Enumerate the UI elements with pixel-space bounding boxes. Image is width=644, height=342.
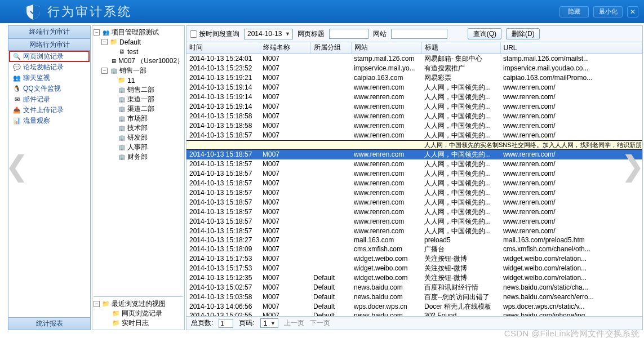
table-row[interactable]: 2014-10-13 15:18:57M007www.renren.com人人网… <box>186 207 642 217</box>
table-row[interactable]: 2014-10-13 15:18:57M007www.renren.com人人网… <box>186 149 642 159</box>
table-row[interactable]: 2014-10-13 15:18:57M007www.renren.com人人网… <box>186 179 642 188</box>
table-row[interactable]: 2014-10-13 15:23:52M007impservice.mail.y… <box>186 64 642 73</box>
col-terminal[interactable]: 终端名称 <box>260 42 310 54</box>
tree-panel: −项目管理部测试−DefaulttestM007 （User10002）−销售一… <box>92 25 185 330</box>
table-row[interactable]: 2014-10-13 15:18:57M007www.renren.com人人网… <box>186 131 642 141</box>
tree-default[interactable]: −Default <box>94 37 183 47</box>
stats-report-button[interactable]: 统计报表 <box>8 317 90 330</box>
nav-item-6[interactable]: 📊流量观察 <box>10 116 89 126</box>
query-button[interactable]: 查询(Q) <box>468 28 501 39</box>
table-row[interactable]: 2014-10-13 15:02:57M007Defaultnews.baidu… <box>186 283 642 292</box>
nav-item-2[interactable]: 👥聊天监视 <box>10 73 89 83</box>
cell-group <box>310 112 351 121</box>
nav-item-1[interactable]: 💬论坛发帖记录 <box>10 62 89 72</box>
col-site[interactable]: 网站 <box>351 42 421 54</box>
cell-site: www.renren.com <box>351 226 421 236</box>
table-row[interactable]: 2014-10-13 15:18:57M007www.renren.com人人网… <box>186 217 642 226</box>
table-row[interactable]: 2014-10-13 15:18:57M007www.renren.com人人网… <box>186 226 642 236</box>
table-row[interactable]: 2014-10-13 15:18:27M007mail.163.comprelo… <box>186 236 642 245</box>
tree-recent-root[interactable]: −最近浏览过的视图 <box>94 299 183 309</box>
table-row[interactable]: 2014-10-13 15:18:58M007www.renren.com人人网… <box>186 121 642 131</box>
tree-toggle-icon[interactable]: − <box>101 39 108 45</box>
cell-url: www.renren.com/ <box>500 226 642 236</box>
table-row[interactable]: 2014-10-13 15:19:14M007www.renren.com人人网… <box>186 83 642 92</box>
table-row[interactable]: 2014-10-13 15:03:58M007Defaultnews.baidu… <box>186 292 642 302</box>
cell-group <box>310 83 351 92</box>
tree-root[interactable]: −项目管理部测试 <box>94 28 183 37</box>
minimize-button[interactable]: 最小化 <box>593 6 623 17</box>
tree-m007[interactable]: M007 （User10002） <box>94 56 183 66</box>
prev-page-button[interactable]: 上一页 <box>284 318 304 328</box>
table-row[interactable]: 2014-10-13 15:18:58M007www.renren.com人人网… <box>186 112 642 121</box>
tab-terminal-audit[interactable]: 终端行为审计 <box>8 26 90 38</box>
delete-button[interactable]: 删除(D) <box>506 28 540 39</box>
carousel-prev-icon[interactable]: ❮ <box>7 146 27 186</box>
close-button[interactable]: ✕ <box>627 6 638 17</box>
tree-dept-6[interactable]: 人事部 <box>94 143 183 152</box>
cell-terminal: M007 <box>260 169 310 179</box>
tree-label: 项目管理部测试 <box>112 28 159 37</box>
table-row[interactable]: 2014-10-13 15:18:09M007cms.xmfish.com广播台… <box>186 245 642 254</box>
tab-network-audit[interactable]: 网络行为审计 <box>8 38 90 51</box>
tree-dept-2[interactable]: 渠道二部 <box>94 104 183 114</box>
tree-dept-3[interactable]: 市场部 <box>94 114 183 123</box>
tree-dept-4[interactable]: 技术部 <box>94 123 183 133</box>
table-row[interactable]: 2014-10-13 15:12:35M007Defaultwidget.wei… <box>186 273 642 283</box>
tree-toggle-icon[interactable]: − <box>94 29 100 35</box>
cell-terminal: M007 <box>260 217 310 226</box>
tree-toggle-icon <box>109 144 116 150</box>
cell-url: impservice.mail.youdao.co... <box>500 64 642 73</box>
tree-11[interactable]: 11 <box>94 75 183 85</box>
tree-dept-0[interactable]: 销售二部 <box>94 85 183 95</box>
carousel-next-icon[interactable]: ❯ <box>623 146 643 186</box>
table-row[interactable]: 2014-10-13 15:17:53M007widget.weibo.com关… <box>186 264 642 273</box>
col-time[interactable]: 时间 <box>186 42 260 54</box>
next-page-button[interactable]: 下一页 <box>310 318 330 328</box>
tree-test[interactable]: test <box>94 47 183 56</box>
tree-icon <box>112 310 120 317</box>
nav-label: 文件上传记录 <box>23 105 64 115</box>
cell-terminal: M007 <box>260 64 310 73</box>
tree-dept-1[interactable]: 渠道一部 <box>94 95 183 104</box>
tree-recent-1[interactable]: 实时日志 <box>94 318 183 328</box>
col-group[interactable]: 所属分组 <box>310 42 351 54</box>
date-from-dropdown[interactable]: 2014-10-13▼ <box>244 29 293 39</box>
table-row[interactable]: 2014-10-13 14:06:56M007Defaultwps.docer.… <box>186 302 642 312</box>
cell-title: 人人网，中国领先的... <box>421 121 500 131</box>
hide-button[interactable]: 隐藏 <box>559 6 589 17</box>
site-input[interactable] <box>391 29 447 39</box>
tree-recent-0[interactable]: 网页浏览记录 <box>94 309 183 318</box>
cell-group <box>310 121 351 131</box>
table-row[interactable]: 2014-10-13 15:02:55M007Defaultnews.baidu… <box>186 312 642 317</box>
table-row[interactable]: 2014-10-13 15:18:57M007www.renren.com人人网… <box>186 159 642 169</box>
cell-terminal: M007 <box>260 112 310 121</box>
tree-icon <box>109 67 118 74</box>
table-row[interactable]: 2014-10-13 15:24:01M007stamp.mail.126.co… <box>186 54 642 64</box>
cell-title: 人人网，中国领先的... <box>421 149 500 159</box>
cell-site: www.renren.com <box>351 169 421 179</box>
table-row[interactable]: 2014-10-13 15:18:57M007www.renren.com人人网… <box>186 188 642 198</box>
nav-item-0[interactable]: 🔍网页浏览记录 <box>10 51 89 61</box>
nav-item-4[interactable]: ✉邮件记录 <box>10 94 89 104</box>
cell-title: 人人网，中国领先的... <box>421 131 500 141</box>
tree-dept-7[interactable]: 财务部 <box>94 152 183 162</box>
table-row[interactable]: 2014-10-13 15:19:21M007caipiao.163.com网易… <box>186 73 642 83</box>
page-dropdown[interactable]: 1▼ <box>260 318 279 328</box>
table-row[interactable]: 2014-10-13 15:17:53M007widget.weibo.com关… <box>186 254 642 264</box>
table-row[interactable]: 2014-10-13 15:18:57M007www.renren.com人人网… <box>186 169 642 179</box>
table-row[interactable]: 2014-10-13 15:18:57M007www.renren.com人人网… <box>186 198 642 207</box>
col-title[interactable]: 标题 <box>421 42 500 54</box>
table-row[interactable]: 2014-10-13 15:19:14M007www.renren.com人人网… <box>186 92 642 102</box>
tree-icon <box>117 144 126 151</box>
tree-toggle-icon[interactable]: − <box>101 68 108 74</box>
time-range-checkbox[interactable]: 按时间段查询 <box>190 29 239 39</box>
table-row[interactable]: 2014-10-13 15:19:14M007www.renren.com人人网… <box>186 102 642 112</box>
nav-icon: 📤 <box>13 106 21 114</box>
tree-toggle-icon[interactable]: − <box>94 301 100 307</box>
nav-item-3[interactable]: 🐧QQ文件监视 <box>10 83 89 94</box>
nav-item-5[interactable]: 📤文件上传记录 <box>10 105 89 115</box>
tree-dept-5[interactable]: 研发部 <box>94 133 183 143</box>
col-url[interactable]: URL <box>500 42 642 54</box>
web-title-input[interactable] <box>329 29 368 39</box>
tree-sales1[interactable]: −销售一部 <box>94 66 183 75</box>
